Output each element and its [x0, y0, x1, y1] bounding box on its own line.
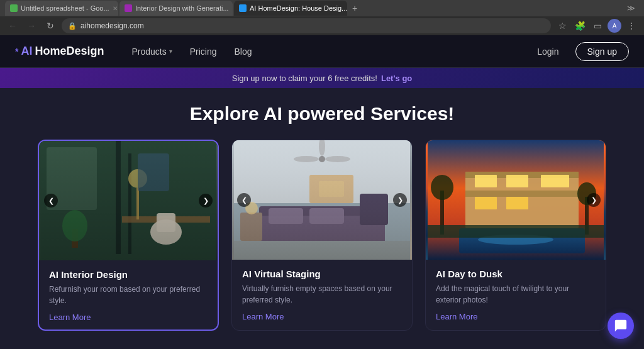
logo[interactable]: * AI HomeDesign	[15, 45, 104, 58]
lock-icon: 🔒	[68, 22, 77, 30]
tab-spreadsheet[interactable]: Untitled spreadsheet - Goo... ✕	[5, 1, 118, 16]
new-tab-button[interactable]: +	[348, 2, 361, 14]
svg-rect-40	[506, 197, 528, 209]
svg-point-44	[431, 175, 453, 200]
tab-favicon-interior	[125, 4, 132, 12]
svg-rect-37	[506, 175, 528, 187]
logo-star: *	[15, 47, 18, 57]
browser-tabs: Untitled spreadsheet - Goo... ✕ Interior…	[0, 0, 644, 16]
card-desc-interior: Refurnish your room based on your prefer…	[49, 284, 208, 306]
card-desc-staging: Virtually furnish empty spaces based on …	[242, 283, 402, 306]
window-button[interactable]: ▭	[590, 18, 605, 33]
main-content: Explore AI powered Services!	[0, 88, 644, 349]
svg-rect-12	[40, 141, 216, 260]
carousel-prev-staging[interactable]: ❮	[237, 193, 251, 207]
tab-favicon-aihomedesign	[239, 4, 247, 12]
tab-close-interior[interactable]: ✕	[232, 5, 233, 12]
menu-button[interactable]: ⋮	[624, 18, 639, 33]
card-virtual-staging[interactable]: ❮ ❯ AI Virtual Staging Virtually furnish…	[231, 140, 413, 331]
svg-rect-38	[541, 175, 569, 187]
chevron-down-icon: ▾	[169, 48, 172, 55]
carousel-next-staging[interactable]: ❯	[393, 193, 407, 207]
card-image-interior: ❮ ❯	[39, 141, 218, 260]
logo-rest: HomeDesign	[35, 45, 104, 58]
svg-rect-35	[465, 191, 579, 197]
card-image-dusk: ❯	[426, 140, 606, 260]
svg-rect-31	[234, 140, 410, 260]
nav-products-label: Products	[131, 47, 166, 57]
main-nav: * AI HomeDesign Products ▾ Pricing Blog …	[0, 35, 644, 68]
tab-label-spreadsheet: Untitled spreadsheet - Goo...	[21, 4, 109, 12]
interior-design-image	[39, 141, 218, 260]
card-body-interior: AI Interior Design Refurnish your room b…	[39, 260, 218, 330]
page-content: * AI HomeDesign Products ▾ Pricing Blog …	[0, 35, 644, 349]
profile-button[interactable]: A	[608, 19, 621, 33]
svg-rect-39	[475, 197, 497, 209]
card-interior-design[interactable]: ❮ ❯ AI Interior Design Refurnish your ro…	[38, 140, 219, 331]
nav-blog-label: Blog	[235, 47, 252, 57]
tab-label-interior: Interior Design with Generati...	[135, 4, 229, 12]
forward-button[interactable]: →	[24, 18, 39, 33]
bookmark-button[interactable]: ☆	[555, 18, 570, 33]
learn-more-interior[interactable]: Learn More	[49, 313, 208, 322]
carousel-prev-interior[interactable]: ❮	[44, 194, 58, 208]
card-desc-dusk: Add the magical touch of twilight to you…	[436, 283, 596, 306]
card-title-staging: AI Virtual Staging	[242, 269, 402, 279]
toolbar-icons: ☆ 🧩 ▭ A ⋮	[555, 18, 639, 33]
address-bar[interactable]: 🔒 aihomedesign.com	[62, 18, 551, 33]
card-body-staging: AI Virtual Staging Virtually furnish emp…	[232, 260, 412, 330]
back-button[interactable]: ←	[5, 18, 20, 33]
card-day-to-dusk[interactable]: ❯ AI Day to Dusk Add the magical touch o…	[425, 140, 606, 331]
tab-interior[interactable]: Interior Design with Generati... ✕	[119, 1, 233, 16]
card-body-dusk: AI Day to Dusk Add the magical touch of …	[426, 260, 606, 330]
signup-button[interactable]: Sign up	[575, 42, 629, 61]
section-title: Explore AI powered Services!	[38, 103, 606, 125]
tab-close-spreadsheet[interactable]: ✕	[113, 5, 118, 12]
svg-rect-36	[475, 175, 497, 187]
promo-banner: Sign up now to claim your 6 free credits…	[0, 68, 644, 88]
card-title-interior: AI Interior Design	[49, 269, 208, 280]
learn-more-staging[interactable]: Learn More	[242, 312, 402, 321]
browser-toolbar: ← → ↻ 🔒 aihomedesign.com ☆ 🧩 ▭ A ⋮	[0, 16, 644, 35]
nav-pricing[interactable]: Pricing	[182, 43, 225, 60]
chat-support-button[interactable]	[608, 313, 634, 339]
chat-icon	[614, 319, 628, 333]
login-button[interactable]: Login	[527, 43, 569, 60]
carousel-next-dusk[interactable]: ❯	[587, 193, 601, 207]
nav-right: Login Sign up	[527, 42, 629, 61]
cards-grid: ❮ ❯ AI Interior Design Refurnish your ro…	[38, 140, 606, 331]
tab-favicon-spreadsheet	[10, 4, 18, 12]
tab-label-aihomedesign: AI HomeDesign: House Desig...	[250, 4, 347, 12]
nav-blog[interactable]: Blog	[227, 43, 260, 60]
card-image-staging: ❮ ❯	[232, 140, 412, 260]
svg-rect-47	[428, 225, 604, 238]
browser-chrome: Untitled spreadsheet - Goo... ✕ Interior…	[0, 0, 644, 35]
nav-products[interactable]: Products ▾	[124, 43, 179, 60]
tab-aihomedesign[interactable]: AI HomeDesign: House Desig... ✕	[234, 1, 347, 16]
nav-links: Products ▾ Pricing Blog	[124, 43, 259, 60]
card-title-dusk: AI Day to Dusk	[436, 269, 596, 279]
address-text: aihomedesign.com	[80, 21, 144, 30]
learn-more-dusk[interactable]: Learn More	[436, 312, 596, 321]
tabs-overflow-button[interactable]: ≫	[623, 3, 639, 14]
virtual-staging-image	[232, 140, 412, 260]
extensions-button[interactable]: 🧩	[572, 18, 587, 33]
day-to-dusk-image	[426, 140, 606, 260]
nav-pricing-label: Pricing	[190, 47, 217, 57]
banner-link[interactable]: Let's go	[381, 74, 412, 83]
reload-button[interactable]: ↻	[43, 18, 58, 33]
banner-text: Sign up now to claim your 6 free credits…	[232, 74, 377, 83]
carousel-next-interior[interactable]: ❯	[199, 194, 213, 208]
logo-ai: AI	[21, 45, 32, 58]
